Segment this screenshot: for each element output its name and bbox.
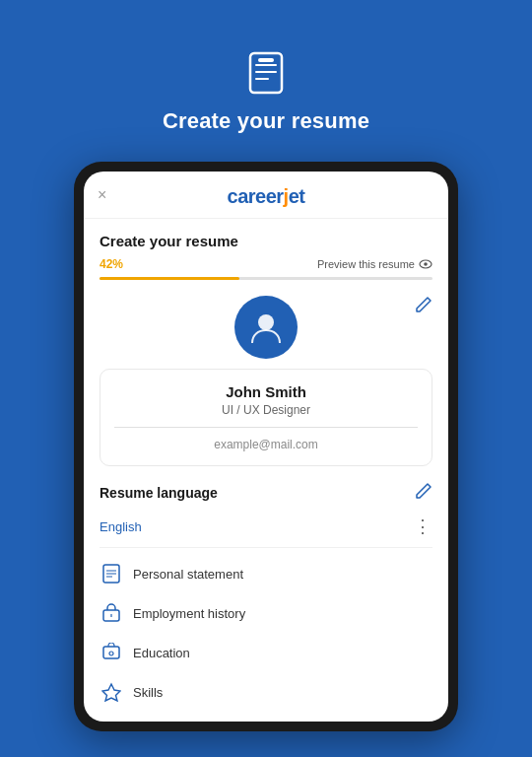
avatar: [234, 296, 298, 359]
phone-screen: × careerjet Create your resume 42% Previ…: [84, 172, 448, 722]
language-row: English ⋮: [100, 512, 432, 548]
resume-language-section: Resume language: [100, 482, 432, 504]
progress-bar-fill: [100, 277, 239, 280]
svg-rect-4: [258, 58, 274, 62]
edit-profile-button[interactable]: [415, 296, 432, 317]
progress-percent: 42%: [100, 257, 123, 271]
skills-icon: [100, 680, 123, 704]
list-item[interactable]: Employment history: [100, 597, 432, 629]
app-logo: careerjet: [228, 185, 305, 208]
education-label: Education: [133, 646, 190, 660]
phone-mockup: × careerjet Create your resume 42% Previ…: [74, 162, 458, 731]
svg-point-6: [424, 262, 428, 266]
list-item[interactable]: Skills: [100, 676, 432, 708]
personal-statement-label: Personal statement: [133, 567, 243, 582]
profile-card: John Smith UI / UX Designer example@mail…: [100, 369, 432, 466]
profile-name: John Smith: [114, 383, 418, 400]
avatar-icon: [248, 310, 284, 345]
svg-rect-14: [103, 647, 119, 658]
education-icon: [100, 641, 123, 664]
personal-statement-icon: [100, 562, 123, 585]
svg-marker-16: [102, 684, 120, 701]
skills-label: Skills: [133, 685, 163, 700]
employment-history-label: Employment history: [133, 606, 245, 621]
preview-label: Preview this resume: [317, 258, 415, 270]
svg-point-7: [258, 314, 274, 330]
close-button[interactable]: ×: [98, 186, 106, 204]
profile-section: John Smith UI / UX Designer example@mail…: [100, 296, 432, 466]
menu-items: Personal statement Employment history: [100, 558, 432, 708]
screen-content: Create your resume 42% Preview this resu…: [84, 219, 448, 722]
profile-email: example@mail.com: [114, 438, 418, 451]
employment-history-icon: [100, 601, 123, 625]
profile-divider: [114, 427, 418, 428]
screen-title: Create your resume: [100, 233, 432, 249]
svg-point-15: [109, 652, 113, 655]
resume-language-label: Resume language: [100, 485, 218, 501]
hero-section: Create your resume: [163, 0, 369, 162]
edit-language-button[interactable]: [415, 482, 432, 504]
progress-section: 42% Preview this resume: [100, 257, 432, 271]
list-item[interactable]: Personal statement: [100, 558, 432, 589]
language-menu-button[interactable]: ⋮: [414, 516, 432, 537]
language-value: English: [100, 519, 142, 534]
list-item[interactable]: Education: [100, 637, 432, 668]
profile-job-title: UI / UX Designer: [114, 403, 418, 417]
app-header: × careerjet: [84, 172, 448, 219]
eye-icon: [419, 257, 432, 271]
preview-link[interactable]: Preview this resume: [317, 257, 432, 271]
progress-bar: [100, 277, 432, 280]
hero-title: Create your resume: [163, 108, 369, 134]
resume-icon: [244, 51, 288, 95]
